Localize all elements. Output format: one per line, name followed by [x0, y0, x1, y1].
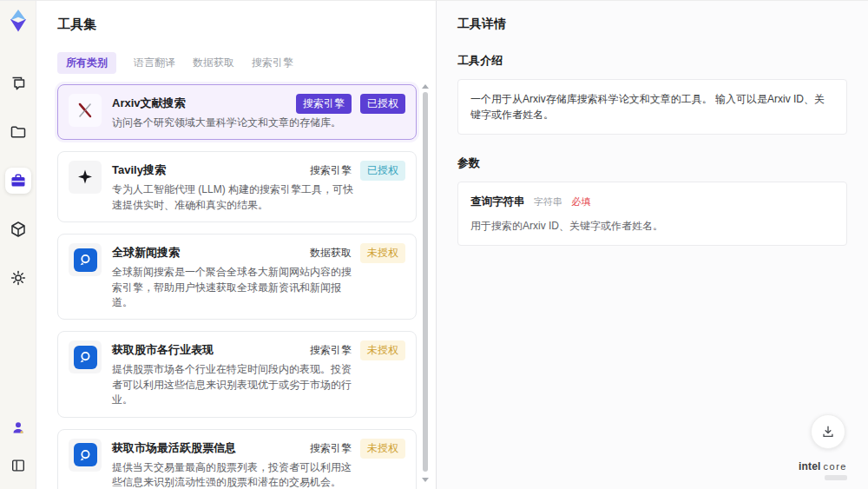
brand-core-text: core — [824, 461, 847, 472]
sidebar-item-packages[interactable] — [5, 216, 31, 242]
tool-description: 访问各个研究领域大量科学论文和文章的存储库。 — [112, 116, 361, 130]
page-title: 工具集 — [57, 17, 436, 33]
intro-text: 一个用于从Arxiv存储库搜索科学论文和文章的工具。 输入可以是Arxiv ID… — [470, 93, 825, 121]
details-title: 工具详情 — [457, 17, 847, 32]
tool-badges: 搜索引擎 未授权 — [310, 340, 405, 360]
params-heading: 参数 — [457, 155, 847, 171]
tool-auth-status-badge: 未授权 — [360, 439, 405, 459]
download-icon — [820, 424, 836, 439]
sidebar-item-settings[interactable] — [5, 265, 31, 291]
tool-badges: 搜索引擎 已授权 — [310, 161, 405, 181]
rail-nav — [5, 70, 31, 291]
toolbox-icon — [10, 172, 27, 189]
tool-details-panel: 工具详情 工具介绍 一个用于从Arxiv存储库搜索科学论文和文章的工具。 输入可… — [437, 1, 868, 489]
tool-description: 全球新闻搜索是一个聚合全球各大新闻网站内容的搜索引擎，帮助用户快速获取全球最新资… — [112, 265, 361, 310]
tab-search-engine[interactable]: 搜索引擎 — [252, 52, 293, 74]
tab-language-translation[interactable]: 语言翻译 — [134, 52, 175, 74]
tool-category-badge: 数据获取 — [310, 246, 352, 261]
tool-card[interactable]: Arxiv文献搜索 访问各个研究领域大量科学论文和文章的存储库。 搜索引擎 已授… — [57, 84, 417, 140]
download-button[interactable] — [811, 414, 845, 449]
tool-auth-status-badge: 未授权 — [360, 340, 405, 360]
tool-card[interactable]: 获取股市各行业表现 提供股票市场各个行业在特定时间段内的表现。投资者可以利用这些… — [57, 331, 417, 417]
category-tabs: 所有类别 语言翻译 数据获取 搜索引擎 — [57, 52, 436, 74]
blue-app-icon — [74, 248, 97, 272]
chat-icon — [10, 75, 27, 92]
tools-panel: 工具集 所有类别 语言翻译 数据获取 搜索引擎 Arxiv文献搜索 访问各个研究… — [36, 1, 437, 489]
param-required-badge: 必填 — [571, 196, 590, 207]
tool-list: Arxiv文献搜索 访问各个研究领域大量科学论文和文章的存储库。 搜索引擎 已授… — [57, 84, 436, 489]
app-logo — [8, 10, 29, 32]
tool-badges: 搜索引擎 已授权 — [296, 94, 405, 114]
param-description: 用于搜索的Arxiv ID、关键字或作者姓名。 — [470, 218, 834, 234]
tool-category-badge: 搜索引擎 — [310, 163, 352, 178]
user-avatar[interactable] — [5, 414, 31, 440]
cube-icon — [10, 221, 27, 238]
brand-sub-mark — [825, 475, 847, 480]
scroll-down-arrow[interactable] — [422, 478, 429, 482]
folder-icon — [10, 123, 27, 141]
collapse-panel-icon — [10, 458, 26, 473]
rail-bottom — [5, 414, 31, 479]
tool-card[interactable]: Tavily搜索 专为人工智能代理 (LLM) 构建的搜索引擎工具，可快速提供实… — [57, 151, 417, 222]
tavily-star-icon — [76, 169, 94, 186]
intro-heading: 工具介绍 — [457, 53, 847, 69]
tool-category-badge: 搜索引擎 — [310, 441, 352, 456]
param-type: 字符串 — [534, 196, 562, 207]
param-box: 查询字符串 字符串 必填 用于搜索的Arxiv ID、关键字或作者姓名。 — [457, 182, 847, 246]
icon-rail — [0, 1, 36, 489]
tool-auth-status-badge: 未授权 — [360, 243, 405, 263]
tool-description: 专为人工智能代理 (LLM) 构建的搜索引擎工具，可快速提供实时、准确和真实的结… — [112, 182, 361, 213]
tool-badges: 数据获取 未授权 — [310, 243, 405, 263]
sidebar-item-files[interactable] — [5, 119, 31, 145]
tool-description: 提供当天交易量最高的股票列表，投资者可以利用这些信息来识别流动性强的股票和潜在的… — [112, 460, 361, 489]
intro-box: 一个用于从Arxiv存储库搜索科学论文和文章的工具。 输入可以是Arxiv ID… — [457, 79, 847, 135]
arxiv-icon — [76, 101, 95, 120]
tool-category-badge: 搜索引擎 — [310, 343, 352, 358]
tool-category-badge: 搜索引擎 — [296, 94, 352, 114]
tool-card[interactable]: 获取市场最活跃股票信息 提供当天交易量最高的股票列表，投资者可以利用这些信息来识… — [57, 429, 417, 489]
gear-icon — [10, 269, 27, 287]
tab-data-acquisition[interactable]: 数据获取 — [193, 52, 234, 74]
brand-intel-text: intel — [799, 460, 821, 472]
sidebar-item-chat[interactable] — [5, 70, 31, 96]
sidebar-item-tools[interactable] — [5, 168, 31, 194]
scroll-up-arrow[interactable] — [422, 84, 429, 89]
param-name: 查询字符串 — [470, 195, 525, 208]
scrollbar-thumb[interactable] — [423, 92, 428, 472]
intel-core-logo: intelcore — [799, 461, 847, 480]
tool-list-scrollbar[interactable] — [421, 84, 430, 482]
collapse-sidebar-button[interactable] — [5, 453, 31, 479]
tool-description: 提供股票市场各个行业在特定时间段内的表现。投资者可以利用这些信息来识别表现优于或… — [112, 362, 361, 407]
tool-auth-status-badge: 已授权 — [360, 161, 405, 181]
tab-all-categories[interactable]: 所有类别 — [57, 52, 116, 74]
param-header: 查询字符串 字符串 必填 — [470, 194, 834, 210]
blue-app-icon — [74, 443, 97, 466]
user-icon — [10, 419, 27, 436]
blue-app-icon — [74, 346, 97, 369]
tool-card[interactable]: 全球新闻搜索 全球新闻搜索是一个聚合全球各大新闻网站内容的搜索引擎，帮助用户快速… — [57, 234, 417, 320]
tool-auth-status-badge: 已授权 — [360, 94, 405, 114]
tool-badges: 搜索引擎 未授权 — [310, 439, 405, 459]
